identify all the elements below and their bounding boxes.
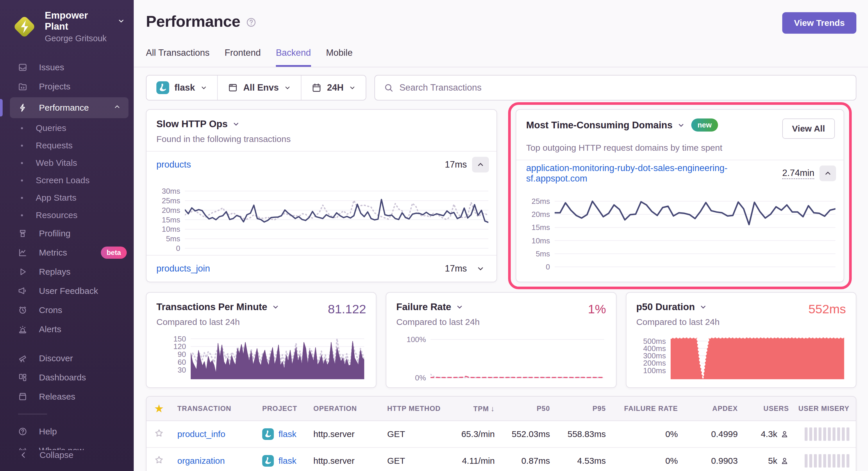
column-header-apdex[interactable]: APDEX [678,404,738,413]
transaction-link[interactable]: product_info [177,429,225,439]
project-filter-button[interactable]: flask [147,75,217,100]
help-question-icon[interactable] [246,17,257,28]
column-header-users[interactable]: USERS [738,404,789,413]
new-badge: new [691,119,718,132]
tab-all-transactions[interactable]: All Transactions [146,47,210,67]
operation-cell: http.server [313,429,387,439]
page-content: flask All Envs 24H [134,67,868,471]
page-header: Performance View Trends All Transactions… [134,0,868,67]
date-range-filter-button[interactable]: 24H [301,75,366,100]
view-all-button[interactable]: View All [782,119,835,139]
column-header-failure[interactable]: FAILURE RATE [606,404,678,413]
tab-backend[interactable]: Backend [276,47,311,67]
column-header-project[interactable]: PROJECT [262,404,313,413]
chevron-up-icon [476,161,485,169]
chevron-down-icon[interactable] [272,303,279,311]
project-link[interactable]: flask [278,429,297,439]
column-header-p95[interactable]: P95 [550,404,606,413]
project-cell: flask [262,455,313,467]
user-icon [780,457,789,465]
user-icon [780,430,789,438]
sidebar-item-metrics[interactable]: Metricsbeta [0,243,134,262]
whats-new-icon [18,446,27,450]
sidebar-item-requests[interactable]: Requests [0,137,134,154]
view-trends-button[interactable]: View Trends [782,12,856,34]
star-outline-icon [154,428,164,438]
collapse-row-button[interactable] [472,157,489,172]
sidebar-item-app-starts[interactable]: App Starts [0,189,134,206]
sidebar-collapse-button[interactable]: Collapse [0,450,134,471]
widgets-row-1: Slow HTTP Ops Found in the following tra… [146,109,856,282]
transaction-link[interactable]: organization [177,456,225,466]
sidebar-item-performance[interactable]: Performance [0,97,128,118]
slow-http-ops-title: Slow HTTP Ops [156,119,227,130]
table-row: organization flask http.server GET 4.11/… [147,448,856,471]
y-axis-labels: 100%0% [396,333,431,379]
sidebar-item-web-vitals[interactable]: Web Vitals [0,154,134,172]
sidebar-item-releases[interactable]: Releases [0,387,134,406]
p50-duration-title: p50 Duration [636,301,695,312]
sidebar-item-crons[interactable]: Crons [0,301,134,320]
expand-row-button[interactable] [472,261,489,276]
org-switcher[interactable]: Empower Plant George Gritsouk [0,10,134,46]
sidebar-item-profiling[interactable]: Profiling [0,224,134,243]
tpm-value: 81.122 [328,302,366,327]
sidebar-item-resources[interactable]: Resources [0,206,134,224]
p50-area-chart [671,333,844,379]
products-join-link[interactable]: products_join [156,263,210,274]
sidebar-item-queries[interactable]: Queries [0,119,134,137]
axis-tick-label: 15ms [162,215,180,224]
user-misery-cell [789,428,849,441]
star-filled-icon[interactable]: ★ [154,403,177,414]
chevron-down-icon [284,84,291,91]
bullet-icon [21,162,23,164]
tab-frontend[interactable]: Frontend [225,47,261,67]
sidebar-item-replays[interactable]: Replays [0,262,134,281]
dashboards-icon [18,373,27,382]
chevron-down-icon[interactable] [232,120,240,128]
search-transactions-input[interactable] [399,82,847,93]
p50-cell: 0.87ms [495,456,550,466]
chevron-down-icon[interactable] [700,303,707,311]
domain-time-spent[interactable]: 2.74min [782,168,814,179]
sidebar-item-dashboards[interactable]: Dashboards [0,368,134,387]
products-duration: 17ms [445,160,467,170]
sidebar-item-discover[interactable]: Discover [0,349,134,368]
p50-duration-value: 552ms [808,302,846,327]
chevron-down-icon [476,265,485,273]
column-header-misery[interactable]: USER MISERY [789,404,849,413]
axis-tick-label: 20ms [162,206,180,214]
transaction-cell: product_info [177,429,262,439]
environment-filter-button[interactable]: All Envs [217,75,301,100]
sidebar-item-user-feedback[interactable]: User Feedback [0,281,134,301]
column-header-transaction[interactable]: TRANSACTION [177,404,262,413]
column-header-tpm[interactable]: TPM↓ [454,404,495,413]
sidebar-item-projects[interactable]: Projects [0,77,134,96]
bullet-icon [21,197,23,199]
domain-link[interactable]: application-monitoring-ruby-dot-sales-en… [526,163,782,184]
calendar-icon [311,82,322,93]
sidebar-item-what-s-new[interactable]: What's new [0,441,134,450]
tpm-subtitle: Compared to last 24h [156,317,279,327]
star-outline-icon[interactable] [154,428,177,440]
sidebar-item-screen-loads[interactable]: Screen Loads [0,172,134,189]
column-header-p50[interactable]: P50 [495,404,550,413]
column-header-method[interactable]: HTTP METHOD [387,404,454,413]
tab-mobile[interactable]: Mobile [326,47,352,67]
crons-icon [18,305,27,315]
domain-row: application-monitoring-ruby-dot-sales-en… [516,160,844,187]
column-header-operation[interactable]: OPERATION [313,404,387,413]
project-link[interactable]: flask [278,456,297,466]
collapse-row-button[interactable] [819,166,836,181]
sidebar-item-help[interactable]: Help [0,422,134,441]
chevron-down-icon [118,17,125,25]
products-link[interactable]: products [156,160,191,170]
tpm-cell: 65.3/min [454,429,495,439]
star-outline-icon[interactable] [154,455,177,467]
search-transactions-box [374,75,856,100]
sidebar-item-issues[interactable]: Issues [0,58,134,77]
chevron-down-icon[interactable] [456,303,463,311]
projects-icon [18,82,27,91]
chevron-down-icon[interactable] [677,122,685,129]
sidebar-item-alerts[interactable]: Alerts [0,320,134,339]
